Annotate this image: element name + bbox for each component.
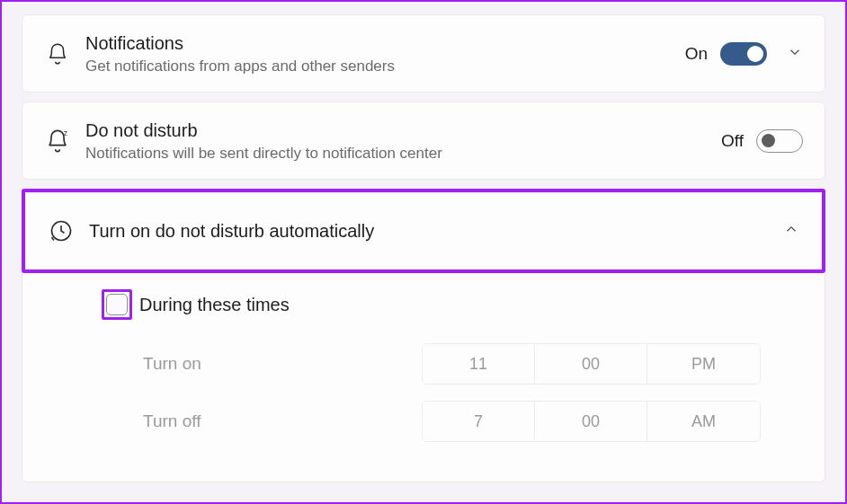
dnd-text: Do not disturb Notifications will be sen… bbox=[85, 119, 721, 163]
turn-off-label: Turn off bbox=[143, 411, 422, 431]
turn-on-time-picker[interactable]: 11 00 PM bbox=[422, 343, 761, 385]
chevron-up-icon[interactable] bbox=[783, 221, 799, 241]
turn-off-time-picker[interactable]: 7 00 AM bbox=[422, 401, 761, 442]
turn-on-ampm[interactable]: PM bbox=[647, 344, 760, 384]
during-times-row: During these times bbox=[102, 289, 803, 320]
dnd-state-label: Off bbox=[721, 131, 744, 151]
auto-dnd-body: During these times Turn on 11 00 PM Turn… bbox=[22, 273, 825, 482]
turn-on-minute[interactable]: 00 bbox=[535, 344, 647, 384]
turn-off-row: Turn off 7 00 AM bbox=[102, 401, 803, 442]
dnd-row[interactable]: z Do not disturb Notifications will be s… bbox=[22, 102, 825, 180]
clock-icon bbox=[42, 218, 80, 243]
turn-on-hour[interactable]: 11 bbox=[423, 344, 535, 384]
turn-off-minute[interactable]: 00 bbox=[535, 402, 647, 441]
turn-off-hour[interactable]: 7 bbox=[423, 402, 535, 441]
auto-dnd-row[interactable]: Turn on do not disturb automatically bbox=[25, 192, 822, 270]
notifications-toggle[interactable] bbox=[720, 42, 767, 66]
auto-dnd-title: Turn on do not disturb automatically bbox=[89, 219, 763, 243]
notifications-text: Notifications Get notifications from app… bbox=[85, 31, 685, 75]
svg-text:z: z bbox=[64, 129, 67, 137]
turn-off-ampm[interactable]: AM bbox=[647, 402, 760, 441]
auto-dnd-text: Turn on do not disturb automatically bbox=[89, 219, 763, 243]
notifications-row[interactable]: Notifications Get notifications from app… bbox=[22, 14, 825, 93]
turn-on-row: Turn on 11 00 PM bbox=[102, 343, 803, 385]
dnd-title: Do not disturb bbox=[85, 119, 721, 143]
notifications-state-label: On bbox=[685, 44, 708, 64]
bell-icon bbox=[39, 42, 76, 66]
dnd-toggle[interactable] bbox=[756, 129, 803, 153]
auto-dnd-highlight: Turn on do not disturb automatically bbox=[22, 189, 825, 273]
chevron-down-icon[interactable] bbox=[787, 44, 803, 64]
dnd-subtitle: Notifications will be sent directly to n… bbox=[85, 145, 721, 163]
notifications-subtitle: Get notifications from apps and other se… bbox=[85, 57, 685, 75]
checkbox-highlight bbox=[102, 289, 132, 320]
dnd-bell-icon: z bbox=[39, 128, 76, 154]
turn-on-label: Turn on bbox=[143, 354, 422, 374]
notifications-title: Notifications bbox=[85, 31, 685, 56]
during-times-checkbox[interactable] bbox=[106, 294, 128, 315]
during-times-label: During these times bbox=[139, 295, 290, 315]
